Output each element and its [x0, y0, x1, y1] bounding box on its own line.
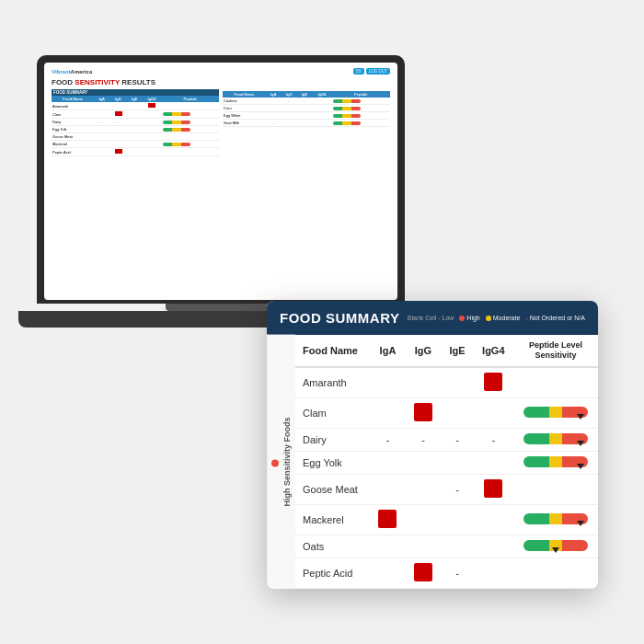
food-name-cell: Egg Yolk	[295, 452, 370, 475]
igg-cell	[406, 535, 442, 558]
red-indicator	[484, 479, 502, 498]
legend-moderate-label: Moderate	[493, 315, 521, 321]
col-igg-right: IgG	[282, 91, 297, 98]
table-row: Dairy - - - -	[295, 429, 598, 452]
table-row: Egg White	[223, 112, 390, 120]
igg-cell	[406, 398, 442, 429]
laptop-screen-border: VibrantAmerica SS LOG OUT FOOD SENSITIVI…	[37, 55, 405, 304]
card-title: FOOD SUMMARY	[280, 310, 399, 326]
iga-cell	[370, 452, 406, 475]
peptide-cell	[513, 558, 598, 589]
vertical-dot	[271, 460, 279, 467]
igg4-cell: -	[474, 429, 513, 452]
table-header-row: Food Name IgA IgG IgE IgG4 Peptide Level…	[295, 335, 598, 367]
food-name-cell: Peptic Acid	[295, 558, 370, 589]
peptide-bar	[523, 407, 588, 418]
igg-cell	[406, 558, 442, 589]
bar-marker-right	[577, 464, 584, 469]
laptop-table-header-left: FOOD SUMMARY	[52, 89, 219, 96]
peptide-bar	[523, 513, 588, 524]
table-row: Goat Milk-	[223, 120, 390, 127]
laptop-header: VibrantAmerica SS LOG OUT	[52, 68, 390, 75]
peptide-cell	[513, 505, 598, 535]
peptide-cell	[513, 475, 598, 505]
igg4-cell	[474, 535, 513, 558]
ss-button[interactable]: SS	[353, 68, 364, 75]
table-row: Corn	[223, 105, 390, 112]
ige-cell	[441, 452, 473, 475]
col-food-name-right: Food Name	[223, 91, 266, 98]
peptide-bar	[523, 456, 588, 467]
igg-cell	[406, 452, 442, 475]
logout-button[interactable]: LOG OUT	[366, 68, 390, 75]
card-legend: Blank Cell - Low High Moderate - Not Ord…	[408, 315, 585, 321]
title-sensitivity: SENSITIVITY	[75, 78, 121, 86]
card-table: Food Name IgA IgG IgE IgG4 Peptide Level…	[295, 335, 598, 589]
bar-yellow	[549, 407, 562, 418]
table-row: Oats	[295, 535, 598, 558]
igg4-cell	[474, 558, 513, 589]
bar-red	[562, 540, 588, 551]
legend-na-dash: -	[525, 315, 527, 321]
bar-green	[523, 540, 549, 551]
food-name-cell: Clam	[295, 398, 370, 429]
bar-green	[523, 513, 549, 524]
laptop-content: VibrantAmerica SS LOG OUT FOOD SENSITIVI…	[44, 63, 397, 162]
th-iga: IgA	[370, 335, 406, 367]
col-peptide-left: Peptide	[162, 96, 219, 102]
laptop-nav-buttons: SS LOG OUT	[353, 68, 390, 75]
iga-cell	[370, 367, 406, 398]
food-name-cell: Mackerel	[295, 505, 370, 535]
table-row: Peptic Acid -	[295, 558, 598, 589]
bar-yellow	[549, 433, 562, 444]
peptide-cell	[513, 535, 598, 558]
table-row: Clam	[295, 398, 598, 429]
igg-cell	[406, 475, 442, 505]
th-igg4: IgG4	[474, 335, 513, 367]
legend-blank: Blank Cell - Low	[408, 315, 454, 321]
table-row: Amaranth	[295, 367, 598, 398]
iga-cell	[370, 558, 406, 589]
col-igg4-left: IgG4	[142, 96, 161, 102]
peptide-cell	[513, 452, 598, 475]
col-ige-right: IgE	[297, 91, 312, 98]
laptop-page-title: FOOD SENSITIVITY RESULTS	[52, 78, 390, 86]
food-name-cell: Oats	[295, 535, 370, 558]
col-ige-left: IgE	[127, 96, 142, 102]
bar-green	[523, 407, 549, 418]
col-iga-left: IgA	[94, 96, 109, 102]
bar-marker-right	[577, 521, 584, 526]
igg-cell: -	[406, 429, 442, 452]
iga-cell	[370, 475, 406, 505]
igg4-cell	[474, 505, 513, 535]
igg4-cell	[474, 398, 513, 429]
title-results: RESULTS	[121, 78, 155, 86]
legend-high-label: High	[466, 315, 479, 321]
table-row: Egg Yolk	[295, 452, 598, 475]
laptop-screen: VibrantAmerica SS LOG OUT FOOD SENSITIVI…	[44, 63, 397, 300]
bar-marker-right	[577, 414, 584, 420]
igg-cell	[406, 367, 442, 398]
peptide-bar	[523, 540, 588, 551]
table-row: Peptic Acid	[52, 148, 219, 156]
ige-cell	[441, 398, 473, 429]
bar-green	[523, 433, 549, 444]
peptide-cell	[513, 429, 598, 452]
legend-na: - Not Ordered or N/A	[525, 315, 585, 321]
col-peptide-right: Peptide	[332, 91, 390, 98]
th-igg: IgG	[406, 335, 442, 367]
red-indicator	[414, 563, 432, 581]
col-igg-left: IgG	[109, 96, 127, 102]
ige-cell: -	[441, 429, 473, 452]
peptide-bar	[523, 433, 588, 444]
iga-cell	[370, 398, 406, 429]
bar-yellow	[549, 513, 562, 524]
table-row: Goose Meat	[52, 133, 219, 141]
table-row: Egg Yolk	[52, 126, 219, 133]
red-indicator	[484, 373, 502, 391]
table-row: Dairy--	[52, 119, 219, 126]
title-food: FOOD	[52, 78, 75, 86]
laptop-logo: VibrantAmerica	[52, 69, 92, 75]
dot-high	[459, 316, 465, 321]
ige-cell: -	[441, 558, 473, 589]
